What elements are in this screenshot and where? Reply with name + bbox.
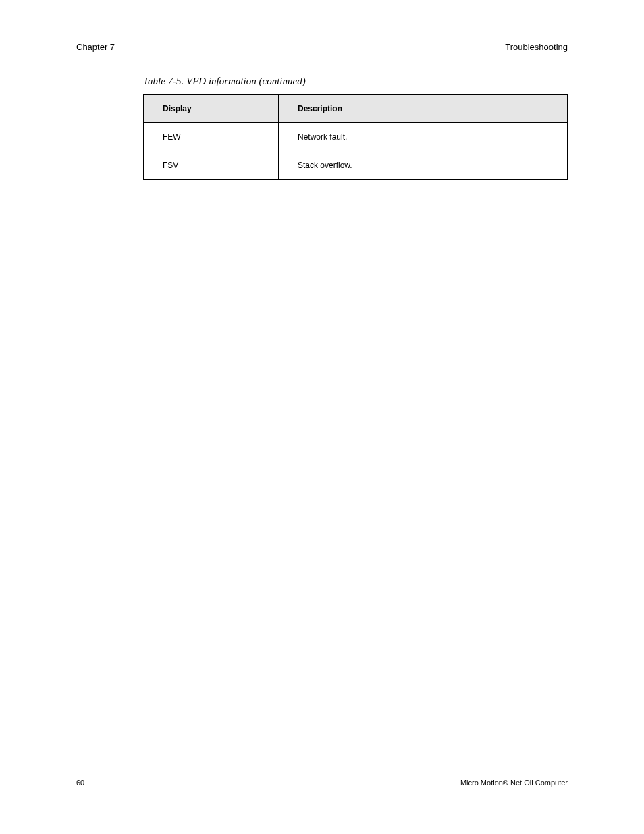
page-number: 60 [76,779,84,787]
page-footer: 60 Micro Motion® Net Oil Computer [76,773,568,787]
table-cell-description: Network fault. [279,123,568,151]
header-section: Troubleshooting [505,42,568,52]
table-cell-display: FSV [144,151,279,180]
table-cell-display: FEW [144,123,279,151]
page-header: Chapter 7 Troubleshooting [76,42,568,55]
content-area: Table 7-5. VFD information (continued) D… [143,76,568,180]
table-cell-description: Stack overflow. [279,151,568,180]
table-header-display: Display [144,95,279,123]
table-header-description: Description [279,95,568,123]
vfd-info-table: Display Description FEW Network fault. F… [143,94,568,180]
table-row: FSV Stack overflow. [144,151,568,180]
table-header-row: Display Description [144,95,568,123]
table-row: FEW Network fault. [144,123,568,151]
header-chapter: Chapter 7 [76,42,115,52]
table-title: Table 7-5. VFD information (continued) [143,76,568,87]
footer-product: Micro Motion® Net Oil Computer [460,779,568,787]
